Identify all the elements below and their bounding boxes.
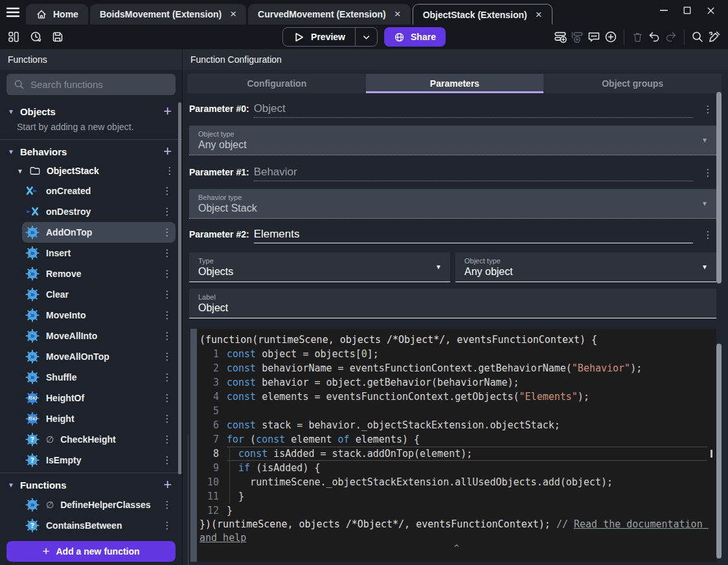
- add-function-section-button[interactable]: +: [163, 478, 172, 491]
- parameter-menu-icon[interactable]: ⋮: [701, 229, 715, 241]
- item-menu-icon[interactable]: ⋮: [160, 454, 174, 466]
- code-line-11[interactable]: 11 }: [199, 489, 707, 504]
- section-objects[interactable]: ▼ Objects +: [0, 102, 182, 121]
- history-icon[interactable]: [27, 28, 44, 45]
- sidebar-item-checkheight[interactable]: ?∅CheckHeight⋮: [22, 429, 176, 450]
- chevron-down-icon[interactable]: ▼: [17, 168, 23, 175]
- add-sub-event-icon[interactable]: [569, 28, 586, 45]
- add-behavior-button[interactable]: +: [163, 145, 172, 158]
- section-behaviors[interactable]: ▼ Behaviors +: [0, 142, 182, 161]
- tab-home[interactable]: Home: [26, 4, 88, 25]
- chevron-down-icon[interactable]: ▼: [8, 482, 14, 489]
- code-line-1[interactable]: 1const object = objects[0];: [199, 347, 707, 361]
- section-functions[interactable]: ▼ Functions +: [0, 475, 182, 494]
- sidebar-item-insert[interactable]: »Insert⋮: [22, 243, 176, 263]
- edit-extension-icon[interactable]: [706, 28, 723, 45]
- item-menu-icon[interactable]: ⋮: [160, 185, 174, 197]
- item-menu-icon[interactable]: ⋮: [160, 227, 174, 238]
- code-line-8[interactable]: 8 const isAdded = stack.addOnTop(element…: [199, 447, 707, 461]
- code-line-10[interactable]: 10 runtimeScene._objectStackExtension.al…: [199, 475, 707, 489]
- close-tab-icon[interactable]: ×: [394, 8, 401, 21]
- item-menu-icon[interactable]: ⋮: [160, 413, 174, 425]
- folder-objectstack[interactable]: ▼ ObjectStack ⋮: [0, 161, 182, 181]
- chevron-down-icon[interactable]: ▼: [8, 148, 14, 155]
- close-tab-icon[interactable]: ×: [230, 8, 236, 21]
- code-line-9[interactable]: 9 if (isAdded) {: [199, 461, 707, 475]
- item-menu-icon[interactable]: ⋮: [160, 351, 174, 362]
- behavior-type-select[interactable]: Behavior typeObject Stack▼: [189, 189, 716, 219]
- editor-drag-handle[interactable]: [190, 329, 197, 562]
- undo-icon[interactable]: [646, 28, 663, 45]
- item-menu-icon[interactable]: ⋮: [160, 371, 174, 383]
- redo-icon[interactable]: [663, 28, 679, 45]
- sidebar-item-moveallontop[interactable]: »MoveAllOnTop⋮: [22, 346, 176, 367]
- sidebar-item-ondestroy[interactable]: onDestroy⋮: [22, 201, 176, 222]
- search-box[interactable]: [6, 74, 176, 95]
- tab-parameters[interactable]: Parameters: [366, 74, 544, 93]
- code-line-7[interactable]: 7for (const element of elements) {: [199, 432, 707, 447]
- tab-configuration[interactable]: Configuration: [188, 74, 366, 93]
- item-menu-icon[interactable]: ⋮: [160, 268, 174, 280]
- tab-objectstack-extension[interactable]: ObjectStack (Extension)×: [413, 4, 552, 25]
- code-editor[interactable]: (function(runtimeScene, objects /*Object…: [197, 329, 716, 562]
- tab-object-groups[interactable]: Object groups: [543, 74, 722, 93]
- item-menu-icon[interactable]: ⋮: [160, 434, 174, 445]
- preview-options-button[interactable]: [356, 28, 377, 46]
- item-menu-icon[interactable]: ⋮: [160, 289, 174, 300]
- parameter-name-input[interactable]: Object: [254, 102, 693, 118]
- item-menu-icon[interactable]: ⋮: [160, 330, 174, 342]
- item-menu-icon[interactable]: ⋮: [160, 247, 174, 259]
- layout-icon[interactable]: [5, 28, 22, 45]
- maximize-button[interactable]: [680, 3, 694, 17]
- item-menu-icon[interactable]: ⋮: [160, 206, 174, 217]
- sidebar-item-definehelperclasses[interactable]: »∅DefineHelperClasses⋮: [22, 494, 176, 515]
- sidebar-item-containsbetween[interactable]: ?ContainsBetween⋮: [22, 515, 176, 536]
- scrollbar-thumb[interactable]: [178, 102, 181, 474]
- preview-button[interactable]: Preview: [282, 27, 378, 47]
- code-line-3[interactable]: 3const behavior = object.getBehavior(beh…: [199, 375, 707, 390]
- trash-icon[interactable]: [629, 28, 646, 45]
- code-line-5[interactable]: 5: [199, 404, 707, 418]
- folder-menu-icon[interactable]: ⋮: [163, 165, 177, 177]
- code-line-12[interactable]: 12}: [199, 504, 707, 518]
- code-line-2[interactable]: 2const behaviorName = eventsFunctionCont…: [199, 361, 707, 375]
- add-new-function-button[interactable]: + Add a new function: [6, 541, 176, 562]
- chevron-down-icon[interactable]: ▼: [8, 108, 14, 115]
- sidebar-item-clear[interactable]: »Clear⋮: [22, 284, 176, 305]
- minimize-button[interactable]: [657, 3, 671, 17]
- sidebar-item-oncreated[interactable]: onCreated⋮: [22, 181, 176, 201]
- code-line-4[interactable]: 4const elements = eventsFunctionContext.…: [199, 390, 707, 404]
- item-menu-icon[interactable]: ⋮: [160, 520, 174, 531]
- sidebar-item-isempty[interactable]: ?IsEmpty⋮: [22, 450, 176, 471]
- close-tab-icon[interactable]: ×: [536, 8, 542, 21]
- sidebar-item-heightof[interactable]: f(x)HeightOf⋮: [22, 388, 176, 408]
- code-line-6[interactable]: 6const stack = behavior._objectStackExte…: [199, 418, 707, 432]
- sidebar-item-moveallinto[interactable]: »MoveAllInto⋮: [22, 326, 176, 346]
- add-comment-icon[interactable]: [586, 28, 602, 45]
- tab-curvedmovement-extension[interactable]: CurvedMovement (Extension)×: [248, 4, 411, 25]
- add-object-button[interactable]: +: [163, 105, 172, 118]
- label-input[interactable]: LabelObject: [189, 289, 716, 318]
- share-button[interactable]: Share: [384, 27, 446, 47]
- tab-boidsmovement-extension[interactable]: BoidsMovement (Extension)×: [90, 4, 246, 25]
- sidebar-item-shuffle[interactable]: »Shuffle⋮: [22, 367, 176, 388]
- type-select[interactable]: TypeObjects▼: [189, 252, 450, 282]
- sidebar-item-addontop[interactable]: »AddOnTop⋮: [22, 222, 176, 243]
- item-menu-icon[interactable]: ⋮: [160, 499, 174, 511]
- add-circle-icon[interactable]: [602, 28, 619, 45]
- save-icon[interactable]: [49, 28, 66, 45]
- parameter-name-input[interactable]: Elements: [254, 228, 693, 243]
- search-input[interactable]: [30, 79, 168, 90]
- parameter-name-input[interactable]: Behavior: [254, 166, 693, 181]
- parameter-menu-icon[interactable]: ⋮: [701, 167, 715, 179]
- hamburger-menu-icon[interactable]: [0, 0, 26, 25]
- item-menu-icon[interactable]: ⋮: [160, 392, 174, 404]
- close-button[interactable]: [703, 3, 718, 17]
- scrollbar-thumb[interactable]: [716, 92, 722, 283]
- search-icon[interactable]: [689, 28, 706, 45]
- item-menu-icon[interactable]: ⋮: [160, 309, 174, 321]
- object-type-select[interactable]: Object typeAny object▼: [455, 252, 716, 282]
- scrollbar-thumb[interactable]: [716, 344, 722, 559]
- add-event-icon[interactable]: [552, 28, 569, 45]
- sidebar-item-moveinto[interactable]: »MoveInto⋮: [22, 305, 176, 326]
